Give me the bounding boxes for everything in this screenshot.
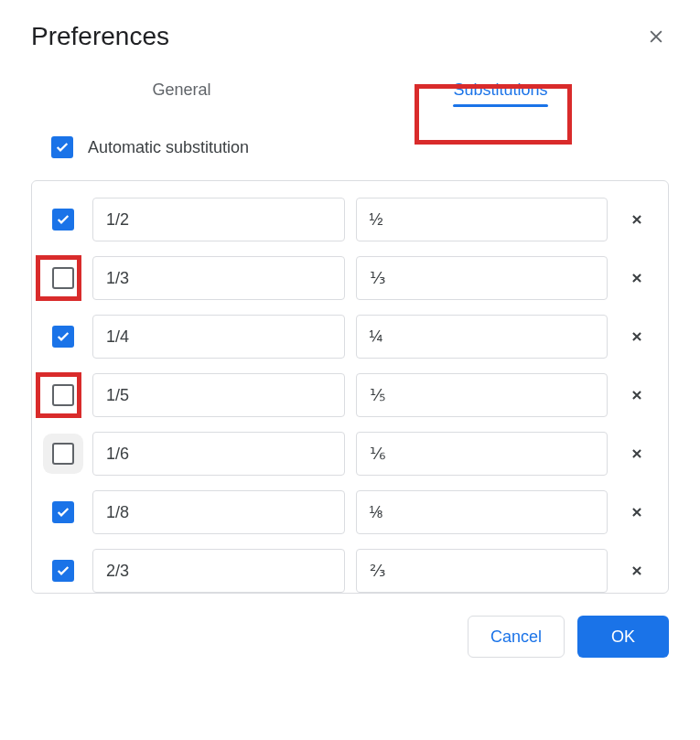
substitutions-table [31, 180, 669, 594]
substitution-row [39, 366, 661, 424]
replace-with-input[interactable] [356, 256, 608, 300]
cancel-button[interactable]: Cancel [468, 616, 565, 658]
dialog-header: Preferences [31, 22, 669, 51]
row-checkbox[interactable] [52, 209, 74, 231]
substitution-row [39, 249, 661, 307]
remove-row-button[interactable] [619, 201, 655, 238]
replace-with-input[interactable] [356, 315, 608, 359]
row-checkbox-cell [45, 267, 81, 289]
auto-substitution-checkbox[interactable] [51, 136, 73, 158]
row-checkbox-cell [45, 560, 81, 582]
remove-row-button[interactable] [619, 494, 655, 531]
tab-general[interactable]: General [152, 75, 210, 109]
row-checkbox[interactable] [52, 384, 74, 406]
row-checkbox[interactable] [52, 560, 74, 582]
remove-row-button[interactable] [619, 435, 655, 472]
replace-with-input[interactable] [356, 198, 608, 241]
close-icon [630, 389, 643, 402]
dialog-title: Preferences [31, 22, 169, 51]
row-checkbox-cell [45, 501, 81, 523]
row-checkbox[interactable] [52, 326, 74, 348]
substitution-row [39, 483, 661, 542]
row-checkbox-cell [45, 326, 81, 348]
tab-bar: General Substitutions [31, 75, 669, 109]
replace-with-input[interactable] [356, 432, 608, 476]
replace-from-input[interactable] [92, 549, 345, 593]
close-icon [630, 506, 643, 519]
close-icon [630, 447, 643, 460]
row-checkbox[interactable] [52, 501, 74, 523]
substitution-row [39, 307, 661, 366]
auto-substitution-label: Automatic substitution [88, 138, 249, 157]
replace-from-input[interactable] [92, 256, 345, 300]
row-checkbox[interactable] [52, 267, 74, 289]
remove-row-button[interactable] [619, 377, 655, 413]
remove-row-button[interactable] [619, 260, 655, 296]
remove-row-button[interactable] [619, 318, 655, 355]
replace-from-input[interactable] [92, 490, 345, 534]
close-button[interactable] [643, 24, 669, 49]
substitution-row [39, 424, 661, 483]
replace-with-input[interactable] [356, 490, 608, 534]
replace-from-input[interactable] [92, 315, 345, 359]
replace-with-input[interactable] [356, 373, 608, 417]
row-checkbox-cell [45, 384, 81, 406]
substitution-row [39, 190, 661, 249]
auto-substitution-row: Automatic substitution [51, 136, 669, 158]
close-icon [630, 564, 643, 577]
close-icon [630, 213, 643, 226]
preferences-dialog: Preferences General Substitutions Automa… [0, 0, 700, 676]
ok-button[interactable]: OK [577, 616, 669, 658]
replace-from-input[interactable] [92, 432, 345, 476]
row-checkbox[interactable] [52, 443, 74, 465]
replace-from-input[interactable] [92, 198, 345, 241]
replace-from-input[interactable] [92, 373, 345, 417]
close-icon [647, 27, 665, 46]
tab-substitutions[interactable]: Substitutions [453, 75, 547, 109]
row-checkbox-cell [45, 209, 81, 231]
row-checkbox-cell [45, 443, 81, 465]
replace-with-input[interactable] [356, 549, 608, 593]
close-icon [630, 272, 643, 284]
substitution-row [39, 542, 661, 594]
dialog-footer: Cancel OK [31, 616, 669, 658]
close-icon [630, 330, 643, 343]
remove-row-button[interactable] [619, 552, 655, 589]
